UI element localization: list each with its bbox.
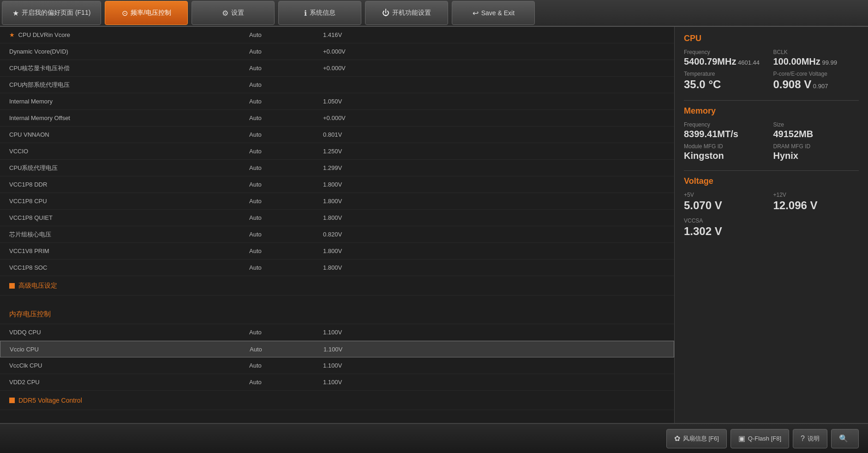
- orange-square-icon: [9, 283, 15, 289]
- table-row[interactable]: CPU系统代理电压 Auto 1.299V: [0, 160, 674, 176]
- table-row[interactable]: 芯片组核心电压 Auto 0.820V: [0, 226, 674, 243]
- table-row[interactable]: VccClk CPU Auto 1.100V: [0, 357, 674, 374]
- table-row[interactable]: VDDQ CPU Auto 1.100V: [0, 324, 674, 341]
- table-row[interactable]: VCCIO Auto 1.250V: [0, 143, 674, 160]
- cpu-bclk-label: BCLK: [773, 49, 859, 55]
- mem-dram-value: Hynix: [773, 151, 859, 161]
- mem-freq-label: Frequency: [684, 121, 770, 128]
- voltage-12v-label: +12V: [773, 192, 859, 198]
- cpu-freq-value: 5400.79MHz 4601.44: [684, 56, 770, 67]
- mem-freq-block: Frequency 8399.41MT/s: [684, 121, 770, 139]
- cpu-bclk-block: BCLK 100.00MHz 99.99: [773, 49, 859, 67]
- mem-module-value: Kingston: [684, 151, 770, 161]
- help-btn[interactable]: ? 说明: [793, 429, 827, 448]
- voltage-12v-block: +12V 12.096 V: [773, 192, 859, 212]
- cpu-bclk-value: 100.00MHz 99.99: [773, 56, 859, 67]
- vccsa-label: VCCSA: [684, 217, 859, 224]
- search-btn[interactable]: 🔍: [831, 429, 859, 448]
- table-row[interactable]: VCC1V8 PRIM Auto 1.800V: [0, 243, 674, 260]
- table-row-highlighted[interactable]: Vccio CPU Auto 1.100V: [0, 341, 674, 357]
- voltage-12v-value: 12.096 V: [773, 199, 859, 212]
- top-navigation: ★ 开启我的偏好页面 (F11) ⊙ 频率/电压控制 ⚙ 设置 ℹ 系统信息 ⏻…: [0, 0, 868, 27]
- voltage-info-section: Voltage +5V 5.070 V +12V 12.096 V VCCSA …: [684, 176, 859, 238]
- mem-size-block: Size 49152MB: [773, 121, 859, 139]
- ddr5-voltage-header[interactable]: DDR5 Voltage Control: [0, 391, 674, 410]
- vccsa-value: 1.302 V: [684, 225, 859, 238]
- table-row[interactable]: ★ CPU DLVRin Vcore Auto 1.416V: [0, 27, 674, 43]
- cpu-temp-value: 35.0 °C: [684, 78, 770, 91]
- mem-dram-label: DRAM MFG ID: [773, 143, 859, 150]
- spacer-row: [0, 296, 674, 305]
- table-row[interactable]: Internal Memory Auto 1.050V: [0, 93, 674, 110]
- favorites-btn[interactable]: ★ 开启我的偏好页面 (F11): [2, 1, 101, 25]
- table-row[interactable]: Internal Memory Offset Auto +0.000V: [0, 110, 674, 127]
- mem-freq-value: 8399.41MT/s: [684, 129, 770, 139]
- voltage-5v-label: +5V: [684, 192, 770, 198]
- mem-module-label: Module MFG ID: [684, 143, 770, 150]
- star-icon: ★: [12, 9, 19, 18]
- info-panel: CPU Frequency 5400.79MHz 4601.44 BCLK 10…: [674, 27, 868, 423]
- table-row[interactable]: CPU VNNAON Auto 0.801V: [0, 127, 674, 143]
- table-row[interactable]: Dynamic Vcore(DVID) Auto +0.000V: [0, 43, 674, 60]
- mem-module-block: Module MFG ID Kingston: [684, 143, 770, 161]
- boot-btn[interactable]: ⏻ 开机功能设置: [365, 1, 448, 25]
- flash-icon: ▣: [738, 434, 745, 443]
- fan-info-btn[interactable]: ✿ 风扇信息 [F6]: [666, 429, 727, 448]
- help-icon: ?: [801, 435, 805, 443]
- bottom-spacer: [0, 410, 674, 423]
- voltage-5v-block: +5V 5.070 V: [684, 192, 770, 212]
- memory-voltage-header: 内存电压控制: [0, 305, 674, 324]
- divider-1: [684, 100, 859, 101]
- table-row[interactable]: CPU核芯显卡电压补偿 Auto +0.000V: [0, 60, 674, 77]
- cpu-pcore-label: P-core/E-core Voltage: [773, 71, 859, 77]
- settings-scroll[interactable]: ★ CPU DLVRin Vcore Auto 1.416V Dynamic V…: [0, 27, 674, 423]
- fan-icon: ✿: [674, 434, 680, 443]
- cpu-freq-label: Frequency: [684, 49, 770, 55]
- mem-dram-block: DRAM MFG ID Hynix: [773, 143, 859, 161]
- cpu-temp-block: Temperature 35.0 °C: [684, 71, 770, 91]
- table-row[interactable]: VCC1P8 CPU Auto 1.800V: [0, 193, 674, 210]
- freq-icon: ⊙: [122, 9, 128, 18]
- mem-size-label: Size: [773, 121, 859, 128]
- gear-icon: ⚙: [222, 9, 228, 18]
- bottom-bar: ✿ 风扇信息 [F6] ▣ Q-Flash [F8] ? 说明 🔍: [0, 423, 868, 453]
- table-row[interactable]: VCC1P8 DDR Auto 1.800V: [0, 176, 674, 193]
- table-row[interactable]: CPU内部系统代理电压 Auto: [0, 77, 674, 93]
- table-row[interactable]: VCC1P8 SOC Auto 1.800V: [0, 260, 674, 276]
- sysinfo-btn[interactable]: ℹ 系统信息: [278, 1, 361, 25]
- divider-2: [684, 170, 859, 171]
- settings-panel: ★ CPU DLVRin Vcore Auto 1.416V Dynamic V…: [0, 27, 674, 423]
- voltage-5v-value: 5.070 V: [684, 199, 770, 212]
- main-content: ★ CPU DLVRin Vcore Auto 1.416V Dynamic V…: [0, 27, 868, 423]
- orange-square-icon2: [9, 398, 15, 403]
- save-exit-btn[interactable]: ↩ Save & Exit: [452, 1, 535, 25]
- memory-section-title: Memory: [684, 106, 859, 116]
- cpu-temp-label: Temperature: [684, 71, 770, 77]
- power-icon: ⏻: [382, 9, 389, 17]
- cpu-freq-block: Frequency 5400.79MHz 4601.44: [684, 49, 770, 67]
- freq-voltage-btn[interactable]: ⊙ 频率/电压控制: [105, 1, 188, 25]
- save-icon: ↩: [473, 9, 479, 18]
- cpu-pcore-value: 0.908 V 0.907: [773, 78, 859, 91]
- settings-btn[interactable]: ⚙ 设置: [192, 1, 275, 25]
- cpu-info-section: CPU Frequency 5400.79MHz 4601.44 BCLK 10…: [684, 34, 859, 91]
- search-icon: 🔍: [839, 434, 848, 443]
- vccsa-block: VCCSA 1.302 V: [684, 217, 859, 238]
- advanced-voltage-header[interactable]: 高级电压设定: [0, 276, 674, 296]
- voltage-section-title: Voltage: [684, 176, 859, 186]
- cpu-section-title: CPU: [684, 34, 859, 43]
- cpu-pcore-block: P-core/E-core Voltage 0.908 V 0.907: [773, 71, 859, 91]
- table-row[interactable]: VDD2 CPU Auto 1.100V: [0, 374, 674, 391]
- info-icon: ℹ: [304, 9, 307, 18]
- memory-info-section: Memory Frequency 8399.41MT/s Size 49152M…: [684, 106, 859, 161]
- table-row[interactable]: VCC1P8 QUIET Auto 1.800V: [0, 210, 674, 226]
- mem-size-value: 49152MB: [773, 129, 859, 139]
- qflash-btn[interactable]: ▣ Q-Flash [F8]: [730, 429, 789, 448]
